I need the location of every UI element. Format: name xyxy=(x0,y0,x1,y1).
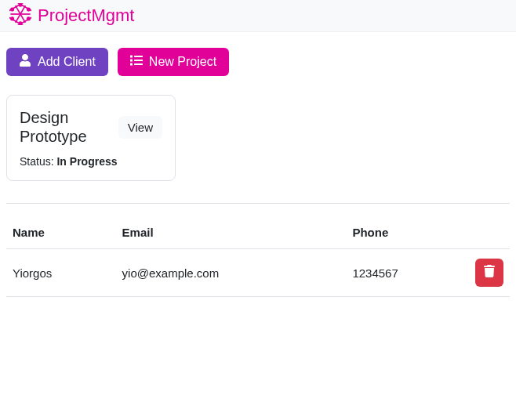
view-project-button[interactable]: View xyxy=(118,116,162,139)
project-status: Status: In Progress xyxy=(20,155,162,168)
header-email: Email xyxy=(116,216,347,249)
svg-point-9 xyxy=(10,8,14,12)
cell-email: yio@example.com xyxy=(116,249,347,297)
brand-title[interactable]: ProjectMgmt xyxy=(38,5,134,26)
trash-icon xyxy=(483,265,496,281)
cell-name: Yiorgos xyxy=(6,249,116,297)
clients-table: Name Email Phone Yiorgos yio@example.com… xyxy=(6,216,510,297)
new-project-label: New Project xyxy=(149,55,216,69)
graphql-logo-icon xyxy=(9,3,31,28)
svg-point-10 xyxy=(27,8,31,12)
navbar: ProjectMgmt xyxy=(0,0,516,32)
svg-point-12 xyxy=(27,16,31,20)
new-project-button[interactable]: New Project xyxy=(118,48,229,76)
delete-client-button[interactable] xyxy=(475,259,503,287)
status-value: In Progress xyxy=(56,155,117,168)
list-icon xyxy=(130,54,149,70)
header-actions xyxy=(469,216,510,249)
add-client-button[interactable]: Add Client xyxy=(6,48,108,76)
svg-rect-2 xyxy=(10,13,30,15)
action-buttons: Add Client New Project xyxy=(6,48,510,76)
project-title: Design Prototype xyxy=(20,108,111,146)
table-row: Yiorgos yio@example.com 1234567 xyxy=(6,249,510,297)
add-client-label: Add Client xyxy=(38,55,96,69)
project-card: Design Prototype View Status: In Progres… xyxy=(6,95,176,181)
user-icon xyxy=(19,54,38,70)
svg-point-7 xyxy=(18,3,22,7)
status-label: Status: xyxy=(20,155,56,168)
table-header-row: Name Email Phone xyxy=(6,216,510,249)
header-phone: Phone xyxy=(346,216,469,249)
header-name: Name xyxy=(6,216,116,249)
svg-point-11 xyxy=(10,16,14,20)
divider xyxy=(6,203,510,204)
cell-phone: 1234567 xyxy=(346,249,469,297)
svg-point-8 xyxy=(18,21,22,25)
